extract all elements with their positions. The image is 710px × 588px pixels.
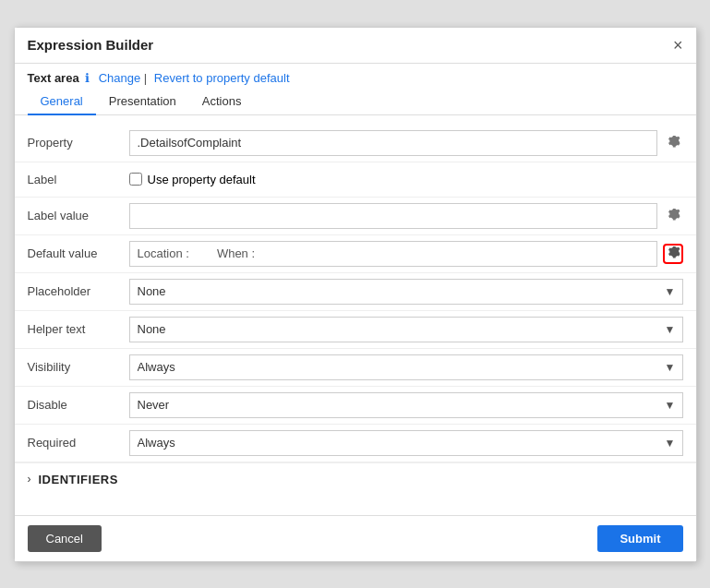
dialog-title: Expression Builder <box>28 37 154 53</box>
visibility-select[interactable]: Always Never Condition <box>129 354 683 380</box>
tab-general[interactable]: General <box>28 89 96 115</box>
visibility-row: Visibility Always Never Condition ▼ <box>15 349 696 387</box>
label-row: Label Use property default <box>15 162 696 198</box>
label-checkbox-row: Use property default <box>129 173 256 186</box>
disable-control: Never Always Condition ▼ <box>129 392 683 418</box>
default-value-control: Location : When : <box>129 241 683 267</box>
tab-presentation[interactable]: Presentation <box>96 89 189 115</box>
label-field-label: Label <box>28 173 129 186</box>
required-select[interactable]: Always Never Condition <box>129 430 683 456</box>
subheader-links: Change | Revert to property default <box>95 71 290 85</box>
visibility-select-wrapper: Always Never Condition ▼ <box>129 354 683 380</box>
label-value-control <box>129 203 683 229</box>
placeholder-control: None Custom ▼ <box>129 279 683 305</box>
change-link[interactable]: Change <box>99 71 141 85</box>
label-value-input[interactable] <box>129 203 657 229</box>
identifiers-expand-icon: › <box>28 473 31 486</box>
use-property-default-checkbox[interactable] <box>129 173 142 186</box>
tab-actions[interactable]: Actions <box>189 89 255 115</box>
disable-row: Disable Never Always Condition ▼ <box>15 387 696 425</box>
helper-text-select-wrapper: None Custom ▼ <box>129 317 683 342</box>
helper-text-control: None Custom ▼ <box>129 317 683 342</box>
required-control: Always Never Condition ▼ <box>129 430 683 456</box>
disable-select[interactable]: Never Always Condition <box>129 392 683 418</box>
dialog-footer: Cancel Submit <box>15 515 696 561</box>
visibility-control: Always Never Condition ▼ <box>129 354 683 380</box>
dialog-subheader: Text area ℹ Change | Revert to property … <box>15 64 696 85</box>
element-type-label: Text area <box>28 71 79 85</box>
property-input[interactable] <box>129 130 657 156</box>
helper-text-label: Helper text <box>28 322 129 336</box>
dialog-header: Expression Builder × <box>15 28 696 64</box>
label-control: Use property default <box>129 173 683 186</box>
required-row: Required Always Never Condition ▼ <box>15 425 696 462</box>
label-value-gear-icon[interactable] <box>663 206 683 226</box>
placeholder-label: Placeholder <box>28 284 129 298</box>
property-row: Property <box>15 125 696 162</box>
default-value-display: Location : When : <box>129 241 657 267</box>
close-button[interactable]: × <box>673 37 683 54</box>
when-text: When : <box>217 246 255 260</box>
disable-select-wrapper: Never Always Condition ▼ <box>129 392 683 418</box>
use-property-default-text: Use property default <box>148 173 256 186</box>
placeholder-select[interactable]: None Custom <box>129 279 683 305</box>
location-text: Location : <box>138 246 189 260</box>
disable-label: Disable <box>28 398 129 412</box>
property-control <box>129 130 683 156</box>
placeholder-select-wrapper: None Custom ▼ <box>129 279 683 305</box>
cancel-button[interactable]: Cancel <box>28 525 102 552</box>
helper-text-row: Helper text None Custom ▼ <box>15 311 696 349</box>
default-value-label: Default value <box>28 246 129 260</box>
dialog-body: Property Label Use property default <box>15 115 696 515</box>
required-select-wrapper: Always Never Condition ▼ <box>129 430 683 456</box>
identifiers-label: IDENTIFIERS <box>39 473 118 486</box>
default-value-row: Default value Location : When : <box>15 235 696 273</box>
revert-link[interactable]: Revert to property default <box>154 71 290 85</box>
submit-button[interactable]: Submit <box>597 525 682 552</box>
visibility-label: Visibility <box>28 360 129 374</box>
identifiers-section[interactable]: › IDENTIFIERS <box>15 462 696 496</box>
property-label: Property <box>28 136 129 150</box>
expression-builder-dialog: Expression Builder × Text area ℹ Change … <box>14 27 697 562</box>
label-value-row: Label value <box>15 198 696 235</box>
label-value-label: Label value <box>28 209 129 222</box>
helper-text-select[interactable]: None Custom <box>129 317 683 342</box>
separator: | <box>144 71 150 85</box>
property-gear-icon[interactable] <box>663 133 683 153</box>
required-label: Required <box>28 436 129 450</box>
tabs-bar: General Presentation Actions <box>15 89 696 115</box>
info-icon[interactable]: ℹ <box>85 71 90 85</box>
placeholder-row: Placeholder None Custom ▼ <box>15 273 696 311</box>
default-value-gear-icon[interactable] <box>663 244 683 264</box>
